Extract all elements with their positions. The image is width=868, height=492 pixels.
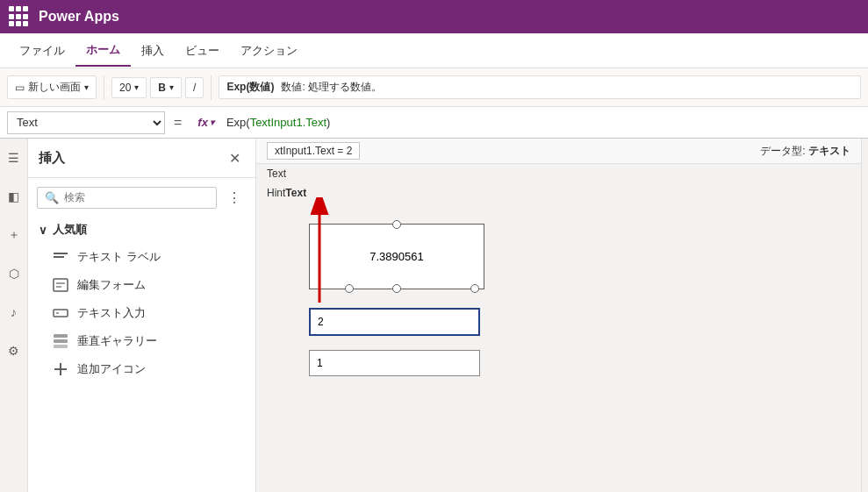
active-input-value: 2 — [318, 316, 324, 328]
chevron-down-icon: ▾ — [84, 82, 89, 92]
formula-input-area[interactable]: Exp(TextInput1.Text) — [226, 116, 861, 129]
canvas-area: xtInput1.Text = 2 データ型: テキスト Text HintTe… — [256, 139, 861, 492]
search-box[interactable]: 🔍 — [37, 187, 217, 209]
svg-rect-8 — [54, 339, 68, 343]
formula-hint-bar: Exp(数値) 数値: 処理する数値。 — [219, 75, 861, 99]
add-icon[interactable]: ＋ — [2, 223, 26, 247]
chevron-down-icon-3: ▾ — [169, 82, 174, 92]
menu-bar: ファイル ホーム 挿入 ビュー アクション — [0, 33, 868, 68]
menu-file[interactable]: ファイル — [9, 36, 75, 66]
screen-icon: ▭ — [15, 82, 25, 94]
hint-description: 数値: 処理する数値。 — [281, 80, 382, 95]
toolbar: ▭ 新しい画面 ▾ 20 ▾ B ▾ / Exp(数値) 数値: 処理する数値。 — [0, 68, 868, 107]
vertical-gallery-icon — [53, 333, 68, 349]
slash-button[interactable]: / — [185, 77, 204, 98]
chevron-down-icon-category: ∨ — [39, 224, 47, 237]
main-area: ☰ ◧ ＋ ⬡ ♪ ⚙ 挿入 ✕ 🔍 ⋮ ∨ 人気順 テキスト ラベル — [0, 139, 868, 492]
separator-2 — [211, 75, 212, 100]
new-screen-button[interactable]: ▭ 新しい画面 ▾ — [7, 75, 97, 99]
sidebar-icons: ☰ ◧ ＋ ⬡ ♪ ⚙ — [0, 139, 28, 492]
search-input[interactable] — [64, 191, 209, 203]
data-type-info: データ型: テキスト — [760, 144, 850, 159]
handle-bottom-center — [392, 284, 401, 293]
app-title: Power Apps — [39, 9, 119, 25]
svg-rect-5 — [54, 310, 68, 317]
search-row: 🔍 ⋮ — [28, 178, 255, 217]
canvas-widgets: 7.3890561 2 1 — [256, 206, 861, 452]
insert-item-text-input[interactable]: テキスト入力 — [28, 299, 255, 327]
text-label-icon — [53, 249, 68, 265]
formula-bar: Text = fx ▾ Exp(TextInput1.Text) — [0, 107, 868, 139]
property-selector[interactable]: Text — [7, 111, 165, 134]
formula-suffix: ) — [326, 116, 330, 129]
active-input-widget[interactable]: 2 — [309, 308, 480, 336]
chevron-down-icon-2: ▾ — [134, 82, 139, 92]
settings-icon[interactable]: ⚙ — [2, 339, 26, 363]
apps-grid-icon[interactable] — [9, 6, 30, 27]
prop-label-text: Text — [267, 168, 286, 180]
separator-1 — [104, 75, 104, 100]
svg-rect-9 — [54, 345, 68, 348]
svg-rect-7 — [54, 334, 68, 338]
insert-panel-header: 挿入 ✕ — [28, 139, 255, 178]
scrollbar[interactable] — [861, 139, 868, 492]
bold-button[interactable]: B ▾ — [150, 77, 182, 98]
equals-sign: = — [170, 115, 185, 131]
fx-button[interactable]: fx ▾ — [190, 113, 221, 132]
category-popular[interactable]: ∨ 人気順 — [28, 217, 255, 243]
plus-icon — [53, 361, 68, 377]
menu-view[interactable]: ビュー — [175, 36, 230, 66]
insert-item-vertical-gallery[interactable]: 垂直ギャラリー — [28, 327, 255, 355]
hint-function: Exp(数値) — [226, 80, 274, 95]
autocomplete-item-1[interactable]: xtInput1.Text = 2 — [267, 142, 360, 160]
formula-highlight: TextInput1.Text — [250, 116, 326, 129]
close-button[interactable]: ✕ — [224, 147, 245, 168]
normal-input-widget[interactable]: 1 — [309, 350, 480, 376]
edit-form-icon — [53, 277, 68, 293]
more-options-button[interactable]: ⋮ — [222, 185, 247, 210]
menu-action[interactable]: アクション — [230, 36, 308, 66]
title-bar: Power Apps — [0, 0, 868, 33]
database-icon[interactable]: ⬡ — [2, 261, 26, 286]
insert-panel-title: 挿入 — [39, 150, 65, 167]
prop-hint-row: HintText — [256, 183, 861, 203]
handle-bottom-right — [470, 284, 479, 293]
menu-insert[interactable]: 挿入 — [131, 36, 175, 66]
output-label-widget[interactable]: 7.3890561 — [309, 224, 484, 289]
menu-home[interactable]: ホーム — [75, 35, 131, 67]
insert-item-add-icon[interactable]: 追加アイコン — [28, 355, 255, 383]
normal-input-value: 1 — [317, 357, 323, 369]
prop-labels-row: Text — [256, 164, 861, 183]
hamburger-icon[interactable]: ☰ — [2, 146, 26, 170]
insert-item-edit-form[interactable]: 編集フォーム — [28, 271, 255, 299]
autocomplete-bar: xtInput1.Text = 2 データ型: テキスト — [256, 139, 861, 164]
formula-prefix: Exp( — [226, 116, 250, 129]
chevron-down-icon-fx: ▾ — [210, 118, 214, 127]
output-value: 7.3890561 — [369, 250, 423, 263]
handle-top — [392, 220, 401, 229]
text-input-icon — [53, 305, 68, 321]
search-icon: 🔍 — [45, 191, 59, 204]
music-icon[interactable]: ♪ — [2, 300, 26, 324]
svg-rect-2 — [54, 279, 68, 291]
svg-rect-1 — [54, 256, 64, 258]
svg-rect-0 — [54, 253, 68, 254]
font-size-button[interactable]: 20 ▾ — [111, 77, 147, 98]
insert-item-text-label[interactable]: テキスト ラベル — [28, 243, 255, 271]
handle-bottom-left — [345, 284, 354, 293]
layers-icon[interactable]: ◧ — [2, 184, 26, 209]
prop-label-hinttext: HintText — [267, 187, 306, 199]
insert-panel: 挿入 ✕ 🔍 ⋮ ∨ 人気順 テキスト ラベル 編集フォーム — [28, 139, 256, 492]
